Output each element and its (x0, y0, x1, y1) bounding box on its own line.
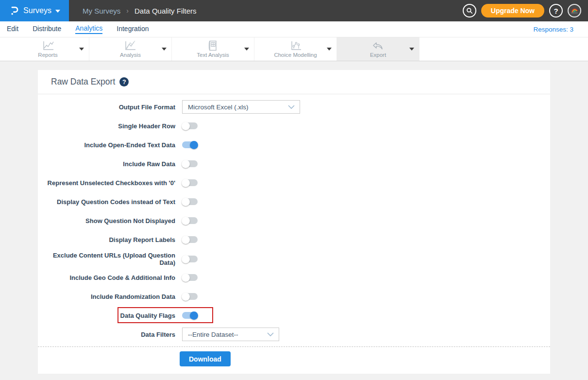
nav-integration[interactable]: Integration (117, 25, 149, 34)
help-button[interactable]: ? (549, 4, 563, 17)
export-options-form: Output File Format Microsoft Excel (.xls… (38, 94, 550, 374)
topbar-actions: Upgrade Now ? (463, 0, 588, 21)
nav-analytics[interactable]: Analytics (75, 24, 102, 34)
row-question-not-displayed: Show Question Not Displayed (38, 214, 550, 227)
reports-dropdown-icon[interactable] (79, 48, 84, 51)
toolbar-choice-modelling[interactable]: Choice Modelling (254, 37, 337, 61)
breadcrumb-my-surveys[interactable]: My Surveys (83, 7, 120, 15)
row-output-file-format: Output File Format Microsoft Excel (.xls… (38, 100, 550, 114)
upgrade-now-button[interactable]: Upgrade Now (481, 4, 544, 17)
row-randomization-data: Include Randomization Data (38, 290, 550, 303)
single-header-row-toggle[interactable] (182, 122, 198, 129)
toolbar-analysis[interactable]: Analysis (89, 37, 172, 61)
row-single-header-row: Single Header Row (38, 119, 550, 133)
row-data-filters: Data Filters --Entire Dataset-- (38, 328, 550, 341)
field-label: Include Raw Data (38, 160, 175, 168)
survey-nav: Edit Distribute Analytics Integration Re… (0, 21, 588, 37)
page-title: Data Quality Filters (134, 7, 197, 15)
row-unselected-checkboxes: Represent Unselected Checkboxes with '0' (38, 176, 550, 190)
nav-distribute[interactable]: Distribute (33, 25, 61, 34)
download-area: Download (38, 347, 550, 374)
field-label: Display Question Codes instead of Text (38, 198, 175, 206)
text-analysis-dropdown-icon[interactable] (244, 48, 249, 51)
search-icon (466, 7, 473, 14)
data-filters-select[interactable]: --Entire Dataset-- (182, 328, 279, 341)
chevron-down-icon (267, 332, 274, 337)
randomization-data-toggle[interactable] (182, 293, 198, 300)
top-bar: Surveys My Surveys › Data Quality Filter… (0, 0, 588, 21)
field-label: Include Geo Code & Additional Info (38, 274, 175, 281)
questionpro-logo-icon (9, 5, 19, 16)
field-label: Single Header Row (38, 122, 175, 130)
raw-data-export-panel: Raw Data Export ? Output File Format Mic… (38, 70, 550, 374)
field-label: Exclude Content URLs (Upload Question Da… (38, 252, 175, 266)
document-table-icon (206, 40, 219, 51)
include-open-ended-toggle[interactable] (182, 141, 198, 148)
field-label: Data Quality Flags (38, 312, 175, 319)
breadcrumb: My Surveys › Data Quality Filters (69, 0, 463, 21)
breadcrumb-separator: › (126, 7, 129, 15)
chevron-down-icon (55, 10, 60, 13)
field-label: Show Question Not Displayed (38, 217, 175, 225)
line-chart-icon (42, 40, 54, 51)
responses-count[interactable]: Responses: 3 (533, 26, 573, 33)
row-exclude-content-urls: Exclude Content URLs (Upload Question Da… (38, 252, 550, 265)
toolbar-export[interactable]: Export (337, 37, 420, 61)
panel-header: Raw Data Export ? (38, 70, 550, 94)
toolbar-analysis-label: Analysis (120, 52, 141, 58)
question-codes-toggle[interactable] (182, 198, 198, 205)
output-file-format-select[interactable]: Microsoft Excel (.xls) (182, 100, 300, 114)
toolbar-text-analysis-label: Text Analysis (197, 52, 229, 58)
row-geo-code: Include Geo Code & Additional Info (38, 271, 550, 284)
search-button[interactable] (463, 4, 476, 17)
row-question-codes: Display Question Codes instead of Text (38, 195, 550, 208)
unselected-checkboxes-toggle[interactable] (182, 179, 198, 186)
display-report-labels-toggle[interactable] (182, 236, 198, 243)
download-button[interactable]: Download (180, 351, 231, 366)
export-arrow-icon (372, 40, 385, 51)
toolbar-choice-modelling-label: Choice Modelling (274, 52, 317, 58)
analysis-dropdown-icon[interactable] (162, 48, 167, 51)
exclude-content-urls-toggle[interactable] (182, 256, 198, 262)
nav-edit[interactable]: Edit (7, 25, 18, 34)
field-label: Output File Format (38, 104, 175, 111)
row-data-quality-flags: Data Quality Flags (38, 309, 550, 322)
surveys-menu[interactable]: Surveys (0, 0, 69, 21)
field-label: Include Randomization Data (38, 293, 175, 300)
scatter-chart-icon (289, 40, 302, 51)
question-not-displayed-toggle[interactable] (182, 217, 198, 224)
field-label: Display Report Labels (38, 236, 175, 243)
toolbar-reports-label: Reports (38, 52, 57, 58)
row-display-report-labels: Display Report Labels (38, 233, 550, 246)
row-include-raw-data: Include Raw Data (38, 157, 550, 171)
field-label: Include Open-Ended Text Data (38, 141, 175, 149)
geo-code-toggle[interactable] (182, 274, 198, 281)
panel-help-icon[interactable]: ? (119, 77, 129, 86)
chevron-down-icon (287, 104, 295, 109)
avatar[interactable] (568, 4, 581, 17)
toolbar-text-analysis[interactable]: Text Analysis (172, 37, 254, 61)
field-label: Data Filters (38, 331, 175, 338)
toolbar-reports[interactable]: Reports (7, 37, 89, 61)
panel-title: Raw Data Export (51, 77, 115, 87)
avatar-rainbow-icon (570, 6, 579, 16)
field-label: Represent Unselected Checkboxes with '0' (38, 179, 175, 187)
data-quality-flags-toggle[interactable] (182, 312, 198, 319)
export-dropdown-icon[interactable] (409, 48, 414, 51)
choice-modelling-dropdown-icon[interactable] (327, 48, 332, 51)
trend-chart-icon (124, 40, 136, 51)
include-raw-data-toggle[interactable] (182, 160, 198, 167)
analytics-toolbar: Reports Analysis Text Analysis (0, 37, 588, 61)
product-name: Surveys (23, 6, 51, 15)
row-include-open-ended: Include Open-Ended Text Data (38, 138, 550, 152)
toolbar-export-label: Export (370, 52, 386, 58)
